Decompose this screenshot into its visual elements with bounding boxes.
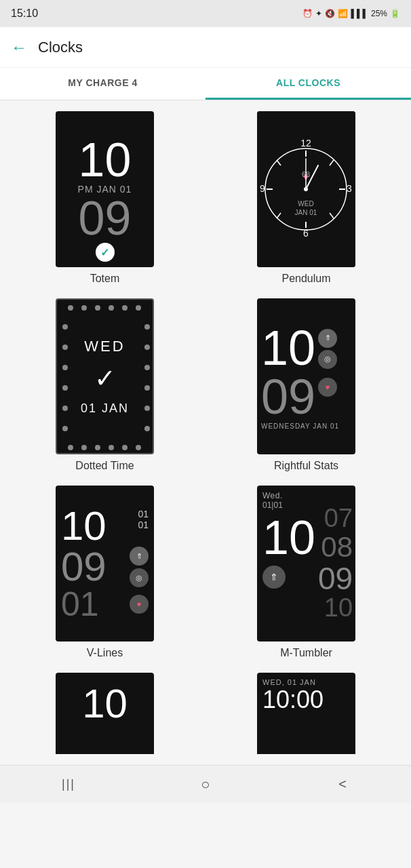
dotted-date: 01 JAN	[81, 401, 129, 416]
vl-date2: 01	[138, 519, 149, 530]
clock-face-dotted-time: WED ✓ 01 JAN	[56, 298, 154, 454]
battery-icon: 🔋	[390, 9, 400, 18]
nav-bar: ||| ○ <	[0, 765, 411, 803]
clock-item-dotted-time[interactable]: WED ✓ 01 JAN Dotted Time	[8, 298, 201, 472]
svg-text:WED: WED	[298, 200, 313, 208]
rf-day-date: WEDNESDAY JAN 01	[261, 422, 351, 430]
clock-face-pendulum: 12 9 3 6 ♥ 68 WED JAN 01	[257, 111, 355, 267]
status-bar: 15:10 ⏰ ✦ 🔇 📶 ▌▌▌ 25% 🔋	[0, 0, 411, 27]
clock-label-m-tumbler: M-Tumbler	[280, 647, 332, 659]
totem-hour: 10	[79, 136, 132, 184]
rf-hour: 10	[261, 323, 315, 372]
svg-text:6: 6	[303, 228, 309, 239]
clock-item-partial2[interactable]: WED, 01 JAN 10:00	[210, 673, 403, 754]
vl-sec: 01	[61, 587, 99, 621]
partial2-time: 10:00	[262, 686, 350, 713]
clock-label-v-lines: V-Lines	[87, 647, 123, 659]
clock-face-m-tumbler: Wed. 01|01 10 ⇑ 07 08 09 10	[257, 486, 355, 642]
vl-min: 09	[61, 547, 106, 587]
clock-item-rightful-stats[interactable]: 10 ⇑ ◎ 09 ♥ WEDNESDAY JAN 01 Rightful St…	[210, 298, 403, 472]
back-button[interactable]: ←	[11, 39, 27, 56]
clock-face-totem: 10 PM JAN 01 09 ✓	[56, 111, 154, 267]
mt-date-label: Wed.	[262, 491, 315, 500]
mt-col-07: 07	[324, 505, 353, 532]
status-icons: ⏰ ✦ 🔇 📶 ▌▌▌ 25% 🔋	[302, 9, 400, 18]
page-title: Clocks	[38, 39, 83, 56]
nav-home-button[interactable]: ○	[189, 771, 222, 798]
menu-icon: |||	[62, 777, 75, 791]
tab-bar: MY CHARGE 4 ALL CLOCKS	[0, 68, 411, 100]
vl-icon-heart: ♥	[130, 595, 149, 614]
back-nav-icon: <	[338, 776, 347, 792]
clock-item-partial1[interactable]: 10	[8, 673, 201, 754]
mt-main-num: 10	[262, 514, 315, 561]
totem-selected-badge: ✓	[96, 243, 115, 262]
wifi-icon: 📶	[338, 9, 348, 18]
svg-point-18	[304, 187, 308, 191]
clock-item-v-lines[interactable]: 10 01 01 09 ⇑ ◎ 01 ♥	[8, 486, 201, 659]
vl-icon-activity: ◎	[130, 568, 149, 587]
pendulum-svg: 12 9 3 6 ♥ 68 WED JAN 01	[257, 111, 355, 267]
mt-icon-chevron: ⇑	[262, 566, 286, 589]
tab-my-charge[interactable]: MY CHARGE 4	[0, 68, 206, 100]
dotted-day: WED	[84, 338, 125, 355]
rf-min: 09	[261, 372, 315, 421]
nav-menu-button[interactable]: |||	[52, 771, 85, 798]
home-icon: ○	[201, 776, 210, 793]
clock-face-partial2: WED, 01 JAN 10:00	[257, 673, 355, 754]
svg-text:JAN 01: JAN 01	[295, 209, 317, 216]
svg-text:3: 3	[347, 183, 352, 194]
checkmark-icon: ✓	[100, 246, 109, 259]
vl-icon-chevron: ⇑	[130, 547, 149, 566]
battery-text: 25%	[371, 9, 387, 18]
mute-icon: 🔇	[325, 9, 335, 18]
clock-item-totem[interactable]: 10 PM JAN 01 09 ✓ Totem	[8, 111, 201, 285]
svg-text:12: 12	[300, 138, 311, 149]
clock-label-totem: Totem	[90, 273, 120, 285]
clock-label-pendulum: Pendulum	[281, 273, 330, 285]
rf-icon-heart: ♥	[318, 378, 337, 397]
nav-back-button[interactable]: <	[326, 771, 359, 798]
clock-item-m-tumbler[interactable]: Wed. 01|01 10 ⇑ 07 08 09 10 M-Tumbler	[210, 486, 403, 659]
clock-label-rightful-stats: Rightful Stats	[274, 460, 338, 472]
rf-icon-activity: ◎	[318, 350, 337, 369]
tab-all-clocks[interactable]: ALL CLOCKS	[206, 68, 411, 100]
mt-col-08: 08	[321, 532, 353, 562]
mt-col-09: 09	[318, 562, 353, 595]
clock-label-dotted-time: Dotted Time	[75, 460, 134, 472]
clock-face-partial1: 10	[56, 673, 154, 754]
bluetooth-icon: ✦	[315, 9, 322, 18]
vl-date1: 01	[138, 509, 149, 519]
mt-date-nums: 01|01	[262, 500, 315, 510]
svg-text:9: 9	[260, 183, 265, 194]
clock-face-v-lines: 10 01 01 09 ⇑ ◎ 01 ♥	[56, 486, 154, 642]
clock-face-rightful-stats: 10 ⇑ ◎ 09 ♥ WEDNESDAY JAN 01	[257, 298, 355, 454]
status-time: 15:10	[11, 7, 38, 20]
rf-icon-chevron: ⇑	[318, 329, 337, 348]
mt-col-10: 10	[324, 595, 353, 622]
dotted-checkmark-icon: ✓	[94, 363, 116, 393]
clocks-grid: 10 PM JAN 01 09 ✓ Totem	[0, 100, 411, 765]
vl-hour: 10	[61, 506, 106, 547]
clock-item-pendulum[interactable]: 12 9 3 6 ♥ 68 WED JAN 01	[210, 111, 403, 285]
header: ← Clocks	[0, 27, 411, 68]
signal-icon: ▌▌▌	[351, 9, 368, 18]
partial1-hour: 10	[82, 684, 128, 724]
totem-min: 09	[79, 195, 132, 242]
alarm-icon: ⏰	[302, 9, 313, 18]
